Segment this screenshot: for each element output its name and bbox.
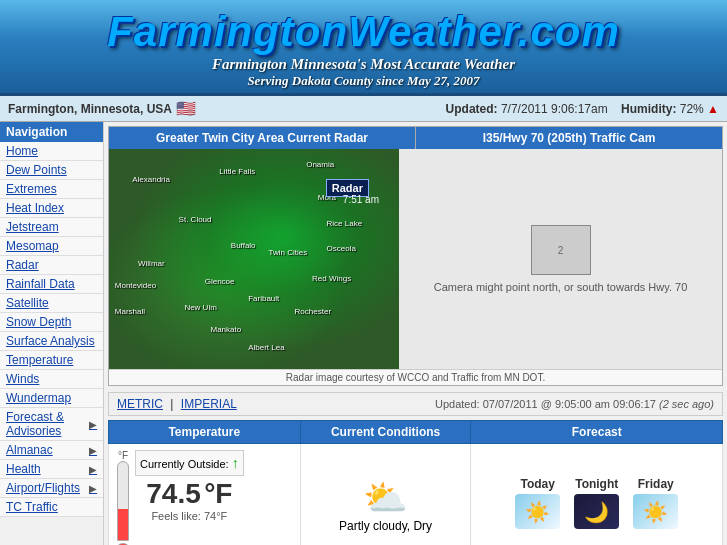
temp-unit: °F [204,478,232,509]
city-willmar: Willmar [138,259,165,268]
currently-outside-box: Currently Outside: ↑ [135,450,244,476]
city-albert-lea: Albert Lea [248,343,284,352]
sidebar-item-winds[interactable]: Winds [0,370,103,389]
sidebar-item-tc-traffic[interactable]: TC Traffic [0,498,103,517]
today-icon: ☀️ [515,494,560,529]
site-serving: Serving Dakota County since May 27, 2007 [0,73,727,89]
humidity-value: 72% [680,102,704,116]
main-layout: Navigation Home Dew Points Extremes Heat… [0,122,727,545]
feels-like: Feels like: 74°F [135,510,244,522]
forecast-friday: Friday ☀️ [628,477,683,532]
content-area: Greater Twin City Area Current Radar I35… [104,122,727,545]
forecast-header: Forecast [471,421,723,444]
info-bar: Farmington, Minnesota, USA 🇺🇸 Updated: 7… [0,96,727,122]
sidebar-item-airport[interactable]: Airport/Flights ▶ [0,479,103,498]
friday-label: Friday [628,477,683,491]
sidebar: Navigation Home Dew Points Extremes Heat… [0,122,104,545]
sidebar-item-almanac[interactable]: Almanac ▶ [0,441,103,460]
forecast-today: Today ☀️ [510,477,565,532]
sidebar-item-surface[interactable]: Surface Analysis [0,332,103,351]
conditions-text: Partly cloudy, Dry [307,519,465,533]
today-label: Today [510,477,565,491]
humidity-label: Humidity: [621,102,676,116]
city-marshall: Marshall [115,307,145,316]
metric-link[interactable]: METRIC [117,397,163,411]
sidebar-item-satellite[interactable]: Satellite [0,294,103,313]
updated-label: Updated: [446,102,498,116]
city-osceola: Osceola [327,244,356,253]
city-alexandria: Alexandria [132,175,170,184]
forecast-days: Today ☀️ Tonight 🌙 Friday ☀️ [477,477,716,532]
sidebar-item-home[interactable]: Home [0,142,103,161]
site-header: FarmingtonWeather.com Farmington Minneso… [0,0,727,96]
radar-map[interactable]: Alexandria Little Falls Onamia Mora St. … [109,149,399,369]
flag-icon: 🇺🇸 [176,99,196,118]
sidebar-item-health[interactable]: Health ▶ [0,460,103,479]
radar-section: Greater Twin City Area Current Radar I35… [108,126,723,386]
site-subtitle: Farmington Minnesota's Most Accurate Wea… [0,56,727,73]
conditions-icon: ⛅ [307,477,465,519]
chevron-right-icon: ▶ [89,445,97,456]
nav-header: Navigation [0,122,103,142]
thermo-unit: °F [118,450,128,461]
currently-outside-label: Currently Outside: [140,458,229,470]
location-info: Farmington, Minnesota, USA 🇺🇸 [8,99,196,118]
location-text: Farmington, Minnesota, USA [8,102,172,116]
metrics-controls: METRIC | IMPERIAL [117,397,237,411]
conditions-header: Current Conditions [300,421,471,444]
chevron-right-icon: ▶ [89,464,97,475]
city-twin-cities: Twin Cities [269,248,308,257]
traffic-cam-image: 2 [531,225,591,275]
sidebar-item-wundermap[interactable]: Wundermap [0,389,103,408]
updated-ago: (2 sec ago) [659,398,714,410]
radar-time: 7:51 am [343,194,379,205]
radar-title: Greater Twin City Area Current Radar [109,127,416,149]
temp-value: 74.5 [146,478,201,509]
tonight-icon: 🌙 [574,494,619,529]
sidebar-item-extremes[interactable]: Extremes [0,180,103,199]
temp-trend-icon: ↑ [232,455,239,471]
city-rice-lake: Rice Lake [327,219,363,228]
forecast-tonight: Tonight 🌙 [569,477,624,532]
temp-header: Temperature [109,421,301,444]
thermometer: °F [115,450,131,545]
sidebar-item-forecast[interactable]: Forecast & Advisories ▶ [0,408,103,441]
chevron-right-icon: ▶ [89,419,97,430]
friday-icon: ☀️ [633,494,678,529]
city-mankato: Mankato [211,325,242,334]
sidebar-item-radar[interactable]: Radar [0,256,103,275]
updated-timestamp: Updated: 07/07/2011 @ 9:05:00 am 09:06:1… [435,398,656,410]
city-montevideo: Montevideo [115,281,156,290]
radar-header: Greater Twin City Area Current Radar I35… [109,127,722,149]
city-glencoe: Glencoe [205,277,235,286]
traffic-cam-area: 2 Camera might point north, or south tow… [399,149,722,369]
city-onamia: Onamia [306,160,334,169]
radar-content: Alexandria Little Falls Onamia Mora St. … [109,149,722,369]
conditions-cell: ⛅ Partly cloudy, Dry [300,444,471,546]
metrics-separator: | [170,397,173,411]
city-new-ulm: New Ulm [184,303,216,312]
city-red-wing: Red Wings [312,274,351,283]
sidebar-item-temperature[interactable]: Temperature [0,351,103,370]
update-info: Updated: 7/7/2011 9:06:17am Humidity: 72… [446,102,719,116]
city-faribault: Faribault [248,294,279,303]
city-little-falls: Little Falls [219,167,255,176]
temp-readings: Currently Outside: ↑ 74.5 °F Feels like:… [135,450,244,522]
city-stcloud: St. Cloud [179,215,212,224]
city-buffalo: Buffalo [231,241,256,250]
imperial-link[interactable]: IMPERIAL [181,397,237,411]
sidebar-item-dew-points[interactable]: Dew Points [0,161,103,180]
sidebar-item-heat-index[interactable]: Heat Index [0,199,103,218]
thermo-container: °F Currently Outside: ↑ 74.5 °F [115,450,294,545]
sidebar-item-mesomap[interactable]: Mesomap [0,237,103,256]
sidebar-item-rainfall[interactable]: Rainfall Data [0,275,103,294]
temp-display: 74.5 °F [135,478,244,510]
sidebar-item-snow-depth[interactable]: Snow Depth [0,313,103,332]
thermo-scale [117,461,129,541]
site-title: FarmingtonWeather.com [0,8,727,56]
forecast-cell: Today ☀️ Tonight 🌙 Friday ☀️ [471,444,723,546]
sidebar-item-jetstream[interactable]: Jetstream [0,218,103,237]
update-time: Updated: 07/07/2011 @ 9:05:00 am 09:06:1… [435,398,714,410]
radar-footer: Radar image courtesy of WCCO and Traffic… [109,369,722,385]
metrics-bar: METRIC | IMPERIAL Updated: 07/07/2011 @ … [108,392,723,416]
